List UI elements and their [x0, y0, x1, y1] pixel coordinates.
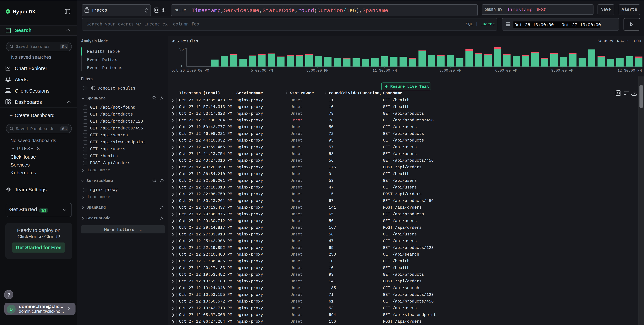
svg-text:8:00:00 PM: 8:00:00 PM — [306, 69, 328, 73]
svg-text:Oct 26 1:00:00 PM: Oct 26 1:00:00 PM — [172, 69, 209, 73]
svg-text:0: 0 — [181, 64, 184, 69]
svg-text:5:00:00 PM: 5:00:00 PM — [251, 69, 273, 73]
svg-text:11:30:00 PM: 11:30:00 PM — [372, 69, 397, 73]
svg-text:3:00:00 AM: 3:00:00 AM — [439, 69, 462, 73]
svg-text:12:30:00 PM: 12:30:00 PM — [617, 69, 642, 73]
svg-text:9:00:00 AM: 9:00:00 AM — [551, 69, 573, 73]
svg-text:36: 36 — [179, 47, 184, 52]
svg-text:6:00:00 AM: 6:00:00 AM — [495, 69, 517, 73]
